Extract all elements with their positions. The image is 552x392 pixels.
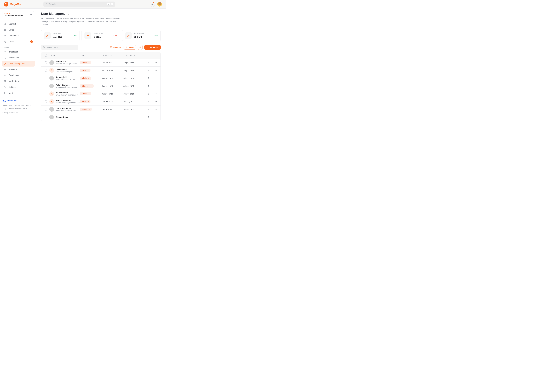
home-icon bbox=[4, 23, 7, 25]
role-select[interactable]: Editor bbox=[80, 69, 91, 72]
sidebar-item-more[interactable]: More bbox=[2, 90, 35, 96]
user-check-icon bbox=[85, 32, 91, 39]
footer-link[interactable]: General Questions bbox=[8, 108, 21, 110]
sidebar-item-content[interactable]: Content bbox=[2, 21, 35, 27]
search-users-input[interactable] bbox=[46, 46, 76, 49]
chevron-down-icon bbox=[30, 14, 32, 16]
delete-button[interactable] bbox=[145, 69, 152, 71]
row-checkbox[interactable] bbox=[45, 77, 47, 79]
role-select[interactable]: Admin bbox=[80, 92, 91, 95]
sort-down-icon bbox=[134, 55, 135, 56]
row-more-button[interactable] bbox=[152, 77, 159, 79]
sidebar-item-comments[interactable]: Comments bbox=[2, 33, 35, 39]
notifications-button[interactable] bbox=[150, 2, 155, 7]
sidebar-item-label: Media library bbox=[9, 80, 21, 82]
channel-selector[interactable]: Channel News feed channel bbox=[3, 11, 34, 18]
user-email: bill.sanders@example.com bbox=[56, 86, 77, 88]
row-checkbox[interactable] bbox=[45, 69, 47, 71]
add-user-button[interactable]: Add user bbox=[144, 45, 161, 50]
row-more-button[interactable] bbox=[152, 108, 159, 111]
sidebar-item-notification[interactable]: Notification bbox=[2, 55, 35, 61]
role-select[interactable]: Admin bbox=[80, 61, 91, 64]
sidebar-item-integration[interactable]: Integration bbox=[2, 49, 35, 55]
sidebar-item-label: Content bbox=[9, 23, 16, 25]
user-email: debra.holt@example.com bbox=[56, 109, 76, 112]
delete-button[interactable] bbox=[145, 116, 152, 118]
comment-icon bbox=[4, 34, 7, 37]
footer-link[interactable]: More bbox=[23, 107, 29, 111]
reader-view-label: Reader view bbox=[7, 100, 17, 102]
select-all-checkbox[interactable] bbox=[45, 54, 47, 56]
footer-link[interactable]: Terms of Use bbox=[3, 105, 12, 106]
role-select[interactable]: Editor bbox=[80, 100, 91, 103]
row-checkbox[interactable] bbox=[45, 62, 47, 64]
sidebar-item-developers[interactable]: Developers bbox=[2, 72, 35, 78]
sidebar-item-mixes[interactable]: Mixes bbox=[2, 27, 35, 33]
export-button[interactable] bbox=[138, 45, 143, 50]
stat-card-active: Active users3 8622% bbox=[82, 30, 120, 41]
stat-card-total: Total users12 4565% bbox=[41, 30, 79, 41]
date-added: Feb 15, 2023 bbox=[102, 69, 123, 71]
profile-avatar[interactable] bbox=[157, 2, 162, 7]
chat-icon bbox=[4, 40, 7, 43]
user-name: Konrad Jenz bbox=[56, 60, 77, 63]
brand-name: MegaCorp bbox=[10, 3, 23, 6]
row-more-button[interactable] bbox=[152, 85, 159, 87]
row-more-button[interactable] bbox=[152, 100, 159, 103]
delete-button[interactable] bbox=[145, 100, 152, 103]
sidebar-item-settings[interactable]: Settings bbox=[2, 84, 35, 90]
date-added: Jan 24, 2023 bbox=[102, 77, 123, 79]
col-name[interactable]: Name bbox=[49, 54, 80, 57]
col-date-added[interactable]: Date added bbox=[102, 54, 123, 57]
sidebar-item-user-management[interactable]: User Management bbox=[2, 61, 35, 67]
cloud-download-icon bbox=[139, 46, 142, 49]
role-select[interactable]: Editor lim. bbox=[80, 84, 94, 88]
table-row: Konrad Jenzkonnrad_45jenz@clapp.deAdmin … bbox=[41, 59, 161, 67]
footer-link[interactable]: Imprint bbox=[26, 105, 31, 106]
last-active: Jul 20, 2024 bbox=[123, 85, 145, 87]
sidebar-item-media-library[interactable]: Media library bbox=[2, 78, 35, 84]
row-more-button[interactable] bbox=[152, 69, 159, 71]
row-checkbox[interactable] bbox=[45, 100, 47, 103]
sidebar-item-label: Comments bbox=[9, 35, 19, 37]
delete-button[interactable] bbox=[145, 77, 152, 79]
row-more-button[interactable] bbox=[152, 93, 159, 95]
last-active: Jun 27, 2024 bbox=[123, 108, 145, 111]
row-checkbox[interactable] bbox=[45, 108, 47, 111]
sidebar-item-label: Integration bbox=[9, 51, 18, 53]
delete-button[interactable] bbox=[145, 93, 152, 95]
search-input[interactable] bbox=[49, 3, 107, 5]
dots-icon bbox=[4, 91, 7, 94]
role-select[interactable]: Reader bbox=[80, 108, 92, 111]
avatar bbox=[49, 115, 54, 119]
row-checkbox[interactable] bbox=[45, 93, 47, 95]
footer-link[interactable]: FAQ bbox=[3, 108, 6, 110]
sidebar-item-label: Notification bbox=[9, 56, 19, 59]
sidebar-item-label: Analytics bbox=[9, 68, 17, 71]
reader-view-toggle[interactable]: Reader view bbox=[3, 100, 34, 102]
footer-link[interactable]: Privacy Policy bbox=[14, 105, 25, 106]
row-more-button[interactable] bbox=[152, 116, 159, 118]
sidebar-item-chats[interactable]: Chats2 bbox=[2, 39, 35, 45]
delete-button[interactable] bbox=[145, 108, 152, 111]
role-select[interactable]: Admin bbox=[80, 77, 91, 80]
user-name: Leslie Alexander bbox=[56, 107, 76, 109]
row-more-button[interactable] bbox=[152, 62, 159, 64]
plus-icon bbox=[147, 46, 149, 49]
delete-button[interactable] bbox=[145, 62, 152, 64]
search-users[interactable] bbox=[41, 45, 78, 50]
col-role[interactable]: Role bbox=[80, 54, 102, 57]
table-row: Ralph Edwardsbill.sanders@example.comEdi… bbox=[41, 82, 161, 90]
filter-button[interactable]: Filter bbox=[124, 45, 136, 49]
user-name: Eleanor Pena bbox=[56, 116, 68, 118]
sidebar-item-analytics[interactable]: Analytics bbox=[2, 67, 35, 72]
col-last-active[interactable]: Last active bbox=[123, 54, 145, 57]
columns-button[interactable]: Columns bbox=[109, 45, 122, 49]
avatar bbox=[49, 107, 54, 112]
table-toolbar: Columns Filter Add user bbox=[41, 45, 161, 50]
delete-button[interactable] bbox=[145, 85, 152, 87]
row-checkbox[interactable] bbox=[45, 85, 47, 87]
global-search[interactable]: ⌘ F bbox=[43, 1, 115, 7]
row-checkbox[interactable] bbox=[45, 116, 47, 118]
brand[interactable]: M MegaCorp bbox=[4, 2, 43, 7]
